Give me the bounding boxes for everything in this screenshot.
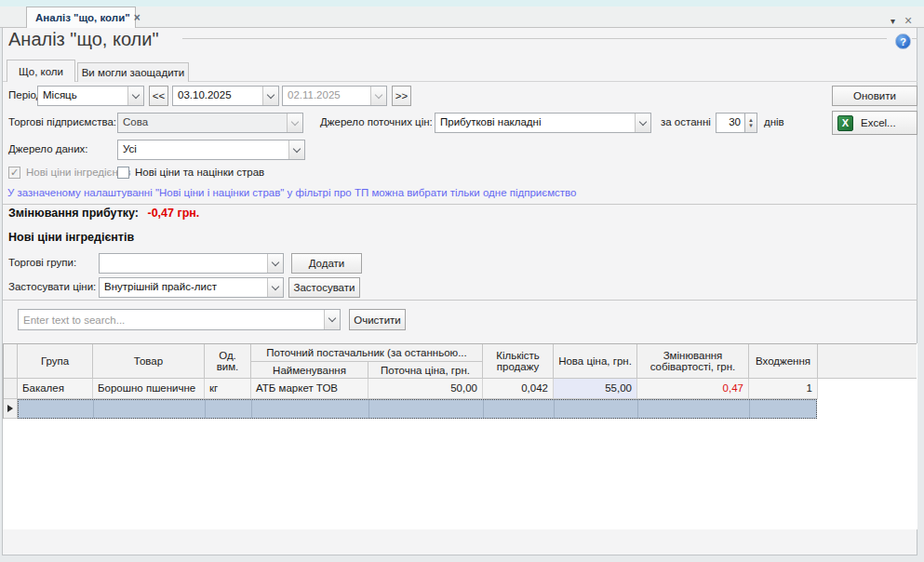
- cell-current-price[interactable]: 50,00: [368, 379, 483, 399]
- document-tab-label: Аналіз "що, коли": [35, 12, 130, 23]
- main-panel: Аналіз "що, коли" ? Що, коли Ви могли за…: [2, 28, 917, 555]
- row-indicator-header: [4, 344, 18, 379]
- cell-sales-qty[interactable]: 0,042: [483, 379, 554, 399]
- spinner-arrows-icon[interactable]: ▲▼: [745, 113, 757, 133]
- cell-unit[interactable]: кг: [205, 379, 251, 399]
- dishes-checkbox-label: Нові ціни та націнки страв: [135, 167, 264, 178]
- trade-groups-label: Торгові групи:: [8, 257, 76, 268]
- period-value: Місяць: [38, 87, 127, 105]
- tab-what-if[interactable]: Що, коли: [7, 60, 75, 82]
- next-period-button[interactable]: >>: [392, 86, 411, 106]
- chevron-down-icon[interactable]: [635, 114, 650, 132]
- col-header-sales-qty[interactable]: Кількість продажу: [483, 344, 554, 379]
- row-indicator-cell: [4, 379, 18, 399]
- trade-groups-select[interactable]: [99, 253, 284, 274]
- settings-hint-text: У зазначеному налаштуванні "Нові ціни і …: [7, 187, 576, 198]
- data-source-select[interactable]: Усі: [117, 140, 305, 160]
- cell-group[interactable]: Бакалея: [18, 379, 93, 399]
- date-to-value: 02.11.2025: [283, 87, 370, 105]
- ingredients-checkbox-label: Нові ціни інгредієнтів: [26, 167, 131, 178]
- row-marker-icon: [7, 405, 13, 412]
- date-to-select: 02.11.2025: [282, 86, 387, 106]
- col-header-occurrences[interactable]: Входження: [749, 344, 818, 379]
- col-header-new-price[interactable]: Нова ціна, грн.: [554, 344, 637, 379]
- excel-button-label: Excel...: [861, 117, 896, 128]
- page-title: Аналіз "що, коли": [8, 29, 159, 50]
- new-row-selected[interactable]: [18, 399, 817, 419]
- excel-icon: X: [837, 115, 853, 131]
- cell-new-price[interactable]: 55,00: [554, 379, 637, 399]
- window-top-strip: [0, 0, 924, 7]
- chevron-down-icon[interactable]: [127, 87, 143, 105]
- chevron-down-icon: [370, 87, 386, 105]
- chevron-down-icon: [287, 114, 302, 132]
- document-tab[interactable]: Аналіз "що, коли" ×: [26, 7, 136, 28]
- chevron-down-icon[interactable]: [267, 254, 283, 273]
- col-header-filler: [818, 344, 917, 379]
- price-source-label: Джерело поточних цін:: [320, 116, 433, 127]
- apply-prices-value: Внутрішній прайс-лист: [100, 278, 267, 297]
- tab-list-caret-icon[interactable]: ▾: [891, 16, 895, 26]
- date-from-value: 03.10.2025: [173, 87, 262, 105]
- last-days-suffix: днів: [764, 116, 784, 127]
- divider: [3, 300, 917, 301]
- dishes-checkbox[interactable]: [117, 167, 129, 179]
- apply-prices-select[interactable]: Внутрішній прайс-лист: [99, 277, 284, 298]
- app-window: Аналіз "що, коли" × ▾ × Аналіз "що, коли…: [0, 0, 924, 562]
- enterprises-select: Сова: [117, 113, 303, 133]
- apply-button[interactable]: Застосувати: [288, 277, 360, 298]
- profit-change-label: Змінювання прибутку:: [8, 207, 139, 220]
- col-header-current-price[interactable]: Поточна ціна, грн.: [368, 362, 483, 379]
- prev-period-button[interactable]: <<: [149, 86, 168, 106]
- search-box: [18, 309, 341, 330]
- last-days-stepper[interactable]: 30 ▲▼: [716, 113, 757, 133]
- chevron-down-icon[interactable]: [288, 140, 304, 159]
- new-prices-section-title: Нові ціни інгредієнтів: [8, 231, 134, 244]
- divider: [3, 204, 917, 205]
- chevron-down-icon[interactable]: [267, 278, 283, 297]
- excel-button[interactable]: X Excel...: [832, 111, 917, 135]
- document-tab-bar: Аналіз "що, коли" × ▾ ×: [0, 7, 924, 28]
- chevron-down-icon[interactable]: [324, 310, 340, 329]
- fieldset-line-right: [912, 38, 917, 39]
- col-header-product[interactable]: Товар: [93, 344, 205, 379]
- trade-groups-value: [100, 254, 267, 273]
- row-indicator-current: [4, 399, 18, 419]
- cell-cost-change[interactable]: 0,47: [637, 379, 749, 399]
- enterprises-value: Сова: [118, 114, 287, 132]
- clear-search-button[interactable]: Очистити: [349, 309, 406, 330]
- cell-supplier-name[interactable]: АТБ маркет ТОВ: [251, 379, 368, 399]
- help-icon[interactable]: ?: [895, 33, 911, 49]
- refresh-button[interactable]: Оновити: [832, 86, 917, 106]
- enterprises-label: Торгові підприємства:: [8, 116, 116, 127]
- fieldset-line: [182, 38, 887, 39]
- date-from-select[interactable]: 03.10.2025: [172, 86, 279, 106]
- cell-product[interactable]: Борошно пшеничне: [93, 379, 205, 399]
- last-days-value[interactable]: 30: [716, 113, 745, 133]
- price-source-value: Прибуткові накладні: [435, 114, 635, 132]
- tab-savings[interactable]: Ви могли заощадити: [77, 62, 189, 82]
- last-days-prefix: за останні: [661, 116, 711, 127]
- tabbar-close-icon[interactable]: ×: [904, 13, 912, 28]
- apply-prices-label: Застосувати ціни:: [8, 281, 96, 292]
- profit-change-line: Змінювання прибутку: -0,47 грн.: [8, 207, 199, 220]
- cell-occurrences[interactable]: 1: [749, 379, 818, 399]
- col-header-supplier-group[interactable]: Поточний постачальник (за останньою...: [251, 344, 483, 362]
- add-button[interactable]: Додати: [291, 253, 362, 274]
- chevron-down-icon[interactable]: [262, 87, 278, 105]
- data-source-label: Джерело даних:: [8, 143, 88, 154]
- table-row[interactable]: Бакалея Борошно пшеничне кг АТБ маркет Т…: [4, 379, 818, 399]
- ingredients-checkbox: ✓: [8, 167, 20, 179]
- col-header-cost-change[interactable]: Змінювання собівартості, грн.: [637, 344, 749, 379]
- data-source-value: Усі: [118, 140, 288, 159]
- col-header-unit[interactable]: Од. вим.: [205, 344, 251, 379]
- tab-close-icon[interactable]: ×: [134, 11, 141, 24]
- period-select[interactable]: Місяць: [37, 86, 144, 106]
- col-header-group[interactable]: Група: [18, 344, 93, 379]
- col-header-supplier-name[interactable]: Найменування: [251, 362, 368, 379]
- search-input[interactable]: [19, 310, 324, 329]
- price-source-select[interactable]: Прибуткові накладні: [435, 113, 651, 133]
- whatif-table: Група Товар Од. вим. Поточний постачальн…: [3, 343, 917, 529]
- profit-change-value: -0,47 грн.: [147, 207, 199, 220]
